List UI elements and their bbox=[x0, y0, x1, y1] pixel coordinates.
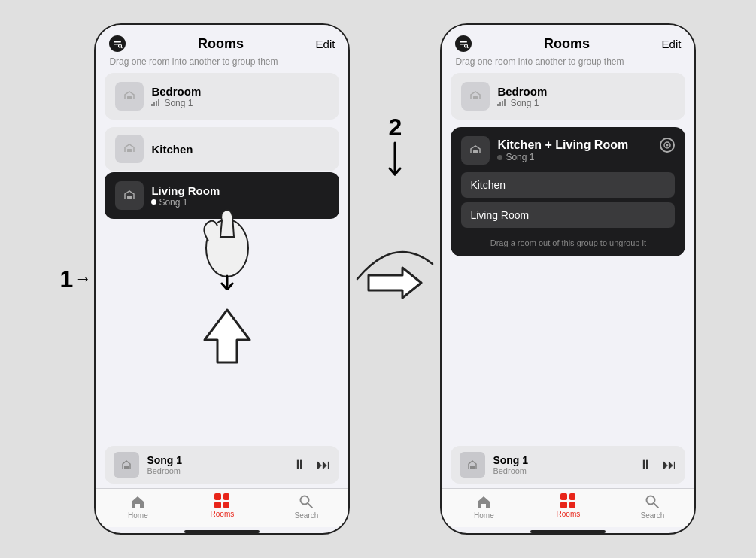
right-subroom-kitchen[interactable]: Kitchen bbox=[461, 172, 675, 198]
right-now-playing-controls: ⏸ ⏭ bbox=[639, 457, 676, 473]
left-tab-search-label: Search bbox=[295, 511, 319, 520]
left-tab-home-label: Home bbox=[128, 511, 148, 520]
svg-rect-34 bbox=[473, 150, 478, 153]
skip-icon-left[interactable]: ⏭ bbox=[317, 457, 330, 473]
step2-area: 2 bbox=[384, 114, 406, 179]
svg-point-33 bbox=[666, 144, 669, 147]
left-kitchen-name: Kitchen bbox=[151, 143, 329, 156]
svg-rect-6 bbox=[153, 102, 155, 106]
right-tab-home-label: Home bbox=[474, 511, 494, 520]
right-title: Rooms bbox=[544, 36, 590, 52]
right-now-playing[interactable]: Song 1 Bedroom ⏸ ⏭ bbox=[451, 446, 685, 484]
svg-rect-7 bbox=[156, 101, 157, 106]
right-now-playing-sub: Bedroom bbox=[493, 466, 631, 475]
left-bedroom-info: Bedroom Song 1 bbox=[151, 85, 329, 108]
left-tab-rooms[interactable]: Rooms bbox=[180, 493, 264, 520]
left-bedroom-icon bbox=[115, 82, 144, 111]
right-bedroom-card[interactable]: Bedroom Song 1 bbox=[451, 73, 685, 120]
big-right-arrow bbox=[365, 264, 425, 305]
left-rooms-icon bbox=[214, 493, 229, 508]
right-rooms-icon bbox=[560, 493, 575, 508]
right-group-header: Kitchen + Living Room Song 1 bbox=[461, 136, 675, 165]
right-now-playing-info: Song 1 Bedroom bbox=[493, 454, 631, 475]
hand-cursor bbox=[193, 207, 261, 293]
left-tab-home[interactable]: Home bbox=[96, 493, 180, 520]
svg-rect-10 bbox=[127, 196, 132, 199]
right-now-playing-icon bbox=[460, 452, 485, 478]
right-bedroom-info: Bedroom Song 1 bbox=[497, 85, 675, 108]
right-header: Rooms Edit bbox=[442, 25, 694, 56]
right-group-info: Kitchen + Living Room Song 1 bbox=[497, 138, 628, 162]
right-subroom-living[interactable]: Living Room bbox=[461, 202, 675, 228]
skip-icon-right[interactable]: ⏭ bbox=[663, 457, 676, 473]
right-tab-bar: Home Rooms Search bbox=[442, 488, 694, 527]
svg-line-13 bbox=[222, 284, 227, 290]
svg-line-26 bbox=[467, 47, 468, 48]
svg-marker-15 bbox=[205, 310, 250, 362]
pause-icon-left[interactable]: ⏸ bbox=[293, 457, 306, 473]
left-tab-rooms-label: Rooms bbox=[211, 510, 235, 518]
right-group-icon bbox=[461, 136, 490, 165]
svg-rect-28 bbox=[497, 104, 499, 106]
up-arrow bbox=[201, 306, 254, 369]
svg-rect-30 bbox=[502, 101, 503, 106]
svg-line-18 bbox=[308, 504, 313, 508]
left-living-room-song: Song 1 bbox=[151, 197, 329, 208]
svg-line-3 bbox=[121, 47, 122, 48]
left-bedroom-song: Song 1 bbox=[151, 98, 329, 108]
right-group-song: Song 1 bbox=[497, 152, 628, 162]
left-phone: Rooms Edit Drag one room into another to… bbox=[94, 23, 350, 535]
pause-icon-right[interactable]: ⏸ bbox=[639, 457, 652, 473]
svg-rect-31 bbox=[504, 99, 506, 106]
left-bedroom-name: Bedroom bbox=[151, 85, 329, 98]
svg-rect-23 bbox=[460, 41, 467, 43]
left-home-indicator bbox=[184, 530, 260, 533]
left-now-playing[interactable]: Song 1 Bedroom ⏸ ⏭ bbox=[105, 446, 339, 484]
svg-rect-27 bbox=[473, 96, 478, 99]
right-logo bbox=[455, 35, 472, 52]
right-subtitle: Drag one room into another to group them bbox=[442, 56, 694, 73]
left-living-room-name: Living Room bbox=[151, 184, 329, 197]
svg-rect-1 bbox=[114, 44, 119, 45]
svg-line-37 bbox=[654, 504, 659, 508]
right-tab-rooms[interactable]: Rooms bbox=[526, 493, 610, 520]
svg-line-14 bbox=[227, 284, 232, 290]
svg-rect-9 bbox=[127, 149, 132, 152]
right-rooms-list: Bedroom Song 1 bbox=[442, 73, 694, 441]
svg-point-11 bbox=[206, 220, 248, 277]
left-bedroom-card[interactable]: Bedroom Song 1 bbox=[105, 73, 339, 120]
right-bedroom-name: Bedroom bbox=[497, 85, 675, 98]
right-bedroom-song: Song 1 bbox=[497, 98, 675, 108]
svg-rect-29 bbox=[499, 102, 501, 106]
right-edit[interactable]: Edit bbox=[662, 38, 682, 50]
right-group-hint: Drag a room out of this group to ungroup… bbox=[461, 232, 675, 247]
right-home-indicator bbox=[530, 530, 606, 533]
left-kitchen-card[interactable]: Kitchen bbox=[105, 127, 339, 171]
left-rooms-list: Bedroom Song 1 bbox=[96, 73, 348, 441]
left-living-room-info: Living Room Song 1 bbox=[151, 184, 329, 208]
svg-rect-0 bbox=[114, 41, 121, 43]
right-now-playing-title: Song 1 bbox=[493, 454, 631, 466]
left-now-playing-sub: Bedroom bbox=[147, 466, 285, 475]
left-subtitle: Drag one room into another to group them bbox=[96, 56, 348, 73]
svg-rect-24 bbox=[460, 44, 465, 45]
middle-section: 2 bbox=[350, 23, 440, 535]
left-header: Rooms Edit bbox=[96, 25, 348, 56]
left-now-playing-icon bbox=[114, 452, 139, 478]
left-tab-search[interactable]: Search bbox=[264, 493, 348, 520]
left-now-playing-title: Song 1 bbox=[147, 454, 285, 466]
left-now-playing-info: Song 1 Bedroom bbox=[147, 454, 285, 475]
left-edit[interactable]: Edit bbox=[316, 38, 335, 50]
left-logo bbox=[109, 35, 126, 52]
left-living-room-card[interactable]: Living Room Song 1 bbox=[105, 172, 339, 219]
right-phone: Rooms Edit Drag one room into another to… bbox=[440, 23, 696, 535]
right-tab-rooms-label: Rooms bbox=[557, 510, 581, 518]
left-kitchen-icon bbox=[115, 135, 144, 163]
right-group-card[interactable]: Kitchen + Living Room Song 1 Kitchen Liv… bbox=[451, 127, 685, 256]
svg-rect-35 bbox=[470, 466, 475, 469]
right-tab-search[interactable]: Search bbox=[610, 493, 694, 520]
right-group-title: Kitchen + Living Room bbox=[497, 138, 628, 152]
svg-rect-16 bbox=[124, 466, 129, 469]
svg-rect-4 bbox=[127, 96, 132, 99]
right-tab-home[interactable]: Home bbox=[442, 493, 526, 520]
